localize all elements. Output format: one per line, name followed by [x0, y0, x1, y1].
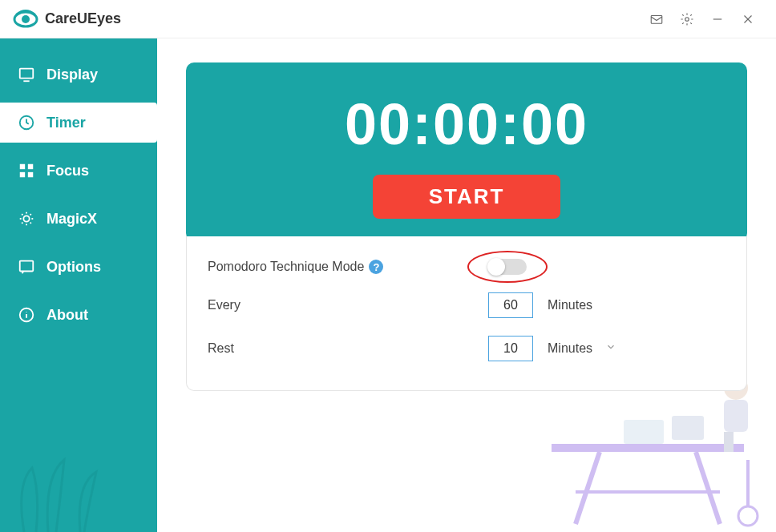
rest-unit: Minutes: [548, 341, 592, 356]
svg-rect-2: [651, 15, 662, 23]
svg-point-1: [22, 15, 30, 23]
svg-rect-25: [724, 432, 734, 452]
eye-icon: [13, 6, 38, 32]
pomodoro-label: Pomodoro Technique Mode: [208, 260, 364, 274]
rest-input[interactable]: [488, 336, 533, 361]
rest-row: Rest Minutes: [208, 336, 725, 361]
sidebar-item-display[interactable]: Display: [0, 54, 157, 95]
sidebar-item-label: Options: [46, 259, 101, 276]
grid-icon: [18, 162, 35, 179]
svg-line-21: [696, 452, 720, 524]
sidebar-item-magicx[interactable]: MagicX: [0, 199, 157, 239]
svg-rect-19: [552, 444, 744, 452]
toggle-knob: [487, 258, 505, 276]
sidebar-item-label: Focus: [46, 163, 89, 179]
every-input[interactable]: [488, 292, 533, 318]
sidebar-item-options[interactable]: Options: [0, 247, 157, 287]
clock-icon: [18, 114, 35, 131]
svg-rect-7: [20, 69, 34, 79]
svg-rect-12: [20, 172, 25, 177]
sidebar-item-label: Display: [46, 66, 98, 83]
chevron-down-icon[interactable]: [605, 341, 616, 356]
info-icon: [18, 306, 35, 324]
plant-decoration: [0, 404, 157, 532]
svg-point-28: [738, 506, 758, 526]
every-label: Every: [208, 298, 240, 312]
title-bar: CareUEyes: [0, 0, 776, 38]
close-button[interactable]: [733, 4, 763, 34]
sidebar-item-label: Timer: [46, 115, 86, 131]
every-unit: Minutes: [548, 298, 592, 312]
svg-rect-15: [20, 261, 34, 272]
monitor-icon: [18, 66, 35, 83]
settings-icon[interactable]: [672, 4, 702, 34]
svg-line-20: [576, 452, 600, 524]
start-button[interactable]: START: [373, 175, 561, 219]
settings-panel: Pomodoro Technique Mode ? Every Minutes …: [186, 236, 747, 391]
options-icon: [18, 258, 35, 276]
help-icon[interactable]: ?: [369, 260, 383, 274]
sidebar-item-about[interactable]: About: [0, 295, 157, 335]
content-area: 00:00:00 START Pomodoro Technique Mode ?…: [157, 38, 776, 532]
svg-rect-27: [672, 416, 704, 440]
pomodoro-toggle[interactable]: [488, 259, 527, 275]
sidebar-item-timer[interactable]: Timer: [0, 103, 157, 143]
svg-rect-13: [28, 172, 33, 177]
svg-rect-24: [724, 400, 748, 432]
mail-icon[interactable]: [641, 4, 672, 34]
sidebar-item-label: About: [46, 307, 88, 324]
svg-point-14: [23, 216, 29, 221]
timer-panel: 00:00:00 START: [186, 62, 747, 241]
app-logo: CareUEyes: [13, 6, 121, 32]
svg-point-3: [685, 17, 689, 21]
svg-rect-11: [28, 164, 33, 169]
sidebar-item-focus[interactable]: Focus: [0, 151, 157, 191]
timer-display: 00:00:00: [202, 91, 731, 157]
sidebar-item-label: MagicX: [46, 211, 97, 228]
app-name: CareUEyes: [45, 10, 121, 27]
pomodoro-row: Pomodoro Technique Mode ?: [208, 259, 725, 275]
svg-rect-26: [624, 420, 664, 444]
rest-label: Rest: [208, 341, 234, 356]
minimize-button[interactable]: [702, 4, 733, 34]
sparkle-icon: [18, 210, 35, 228]
sidebar: Display Timer Focus MagicX Options About: [0, 38, 157, 532]
every-row: Every Minutes: [208, 292, 725, 318]
svg-rect-10: [20, 164, 25, 169]
